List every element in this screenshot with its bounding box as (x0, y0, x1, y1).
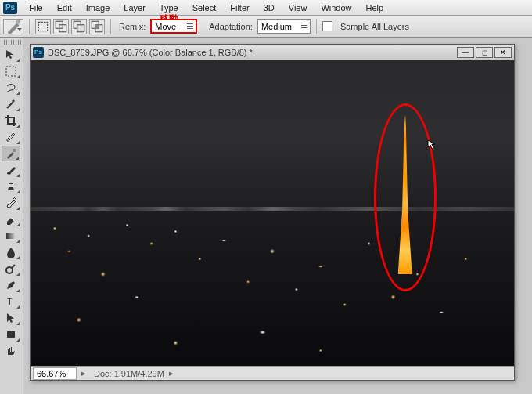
doc-info: Doc: 1.91M/4.29M (94, 369, 164, 378)
svg-rect-5 (77, 24, 84, 31)
svg-point-12 (6, 267, 13, 273)
history-brush-tool[interactable] (2, 195, 20, 211)
pen-tool[interactable] (2, 277, 20, 293)
svg-rect-10 (13, 149, 16, 152)
tool-preset-picker[interactable] (3, 19, 23, 34)
zoom-field[interactable]: 66.67% (33, 367, 77, 380)
svg-rect-8 (95, 24, 99, 28)
options-bar: Remix: 移動 Move Adaptation: Medium Sample… (0, 16, 532, 38)
crop-tool[interactable] (2, 113, 20, 128)
new-selection-icon[interactable] (35, 19, 51, 34)
separator (316, 19, 317, 34)
adaptation-dropdown[interactable]: Medium (257, 19, 311, 34)
healing-brush-tool[interactable] (2, 146, 20, 161)
document-window: Ps DSC_8759.JPG @ 66.7% (Color Balance 1… (30, 44, 515, 381)
menu-filter[interactable]: Filter (223, 3, 256, 13)
menu-3d[interactable]: 3D (257, 3, 282, 13)
lasso-tool[interactable] (2, 80, 20, 96)
sample-all-layers-label: Sample All Layers (340, 22, 409, 31)
svg-rect-1 (38, 22, 47, 31)
cursor-icon (427, 139, 438, 150)
adaptation-label: Adaptation: (209, 22, 253, 31)
svg-rect-9 (6, 67, 16, 76)
menu-layer[interactable]: Layer (117, 3, 153, 13)
svg-point-0 (16, 20, 20, 24)
eraser-tool[interactable] (2, 211, 20, 227)
workspace-area: Ps DSC_8759.JPG @ 66.7% (Color Balance 1… (23, 38, 532, 394)
minimize-button[interactable]: — (457, 47, 474, 58)
svg-text:T: T (7, 297, 13, 306)
remix-label: Remix: (119, 22, 146, 31)
svg-rect-14 (7, 331, 15, 338)
remix-value: Move (155, 22, 176, 31)
menu-view[interactable]: View (282, 3, 315, 13)
menu-help[interactable]: Help (359, 3, 391, 13)
add-selection-icon[interactable] (53, 19, 69, 34)
skyline-graphic (31, 207, 514, 211)
remix-dropdown[interactable]: Move (150, 19, 197, 34)
dodge-tool[interactable] (2, 261, 20, 277)
magic-wand-tool[interactable] (2, 96, 20, 112)
clone-stamp-tool[interactable] (2, 179, 20, 194)
menu-bar: Ps File Edit Image Layer Type Select Fil… (0, 0, 532, 16)
menu-window[interactable]: Window (314, 3, 358, 13)
eyedropper-tool[interactable] (2, 129, 20, 145)
toolbox-grip[interactable] (2, 40, 21, 45)
separator (110, 19, 111, 34)
app-logo: Ps (3, 2, 17, 14)
tower-graphic (398, 115, 412, 274)
menu-file[interactable]: File (22, 3, 50, 13)
document-titlebar[interactable]: Ps DSC_8759.JPG @ 66.7% (Color Balance 1… (31, 45, 514, 60)
subtract-selection-icon[interactable] (71, 19, 87, 34)
intersect-selection-icon[interactable] (89, 19, 105, 34)
city-lights-graphic (31, 213, 514, 366)
path-selection-tool[interactable] (2, 310, 20, 326)
docinfo-chevron-icon[interactable]: ▸ (169, 368, 177, 378)
marquee-tool[interactable] (2, 63, 20, 79)
maximize-button[interactable]: ◻ (476, 47, 493, 58)
close-button[interactable]: ✕ (494, 47, 512, 58)
healing-brush-icon (4, 17, 23, 36)
zoom-chevron-icon[interactable]: ▸ (81, 368, 89, 378)
menu-select[interactable]: Select (185, 3, 224, 13)
document-title: DSC_8759.JPG @ 66.7% (Color Balance 1, R… (48, 48, 455, 57)
sample-all-layers-checkbox[interactable] (322, 21, 332, 31)
document-icon: Ps (33, 47, 44, 58)
menu-type[interactable]: Type (153, 3, 185, 13)
brush-tool[interactable] (2, 162, 20, 178)
move-tool[interactable] (2, 47, 20, 63)
type-tool[interactable]: T (2, 294, 20, 309)
rectangle-shape-tool[interactable] (2, 327, 20, 342)
document-canvas[interactable] (31, 60, 514, 366)
toolbox: T (0, 38, 23, 394)
gradient-tool[interactable] (2, 228, 20, 244)
separator (29, 19, 30, 34)
svg-rect-11 (6, 233, 16, 239)
menu-image[interactable]: Image (79, 3, 117, 13)
image-content (31, 60, 514, 366)
document-statusbar: 66.67% ▸ Doc: 1.91M/4.29M ▸ (31, 366, 514, 380)
adaptation-value: Medium (261, 22, 292, 31)
menu-edit[interactable]: Edit (50, 3, 79, 13)
hand-tool[interactable] (2, 343, 20, 359)
blur-tool[interactable] (2, 244, 20, 260)
